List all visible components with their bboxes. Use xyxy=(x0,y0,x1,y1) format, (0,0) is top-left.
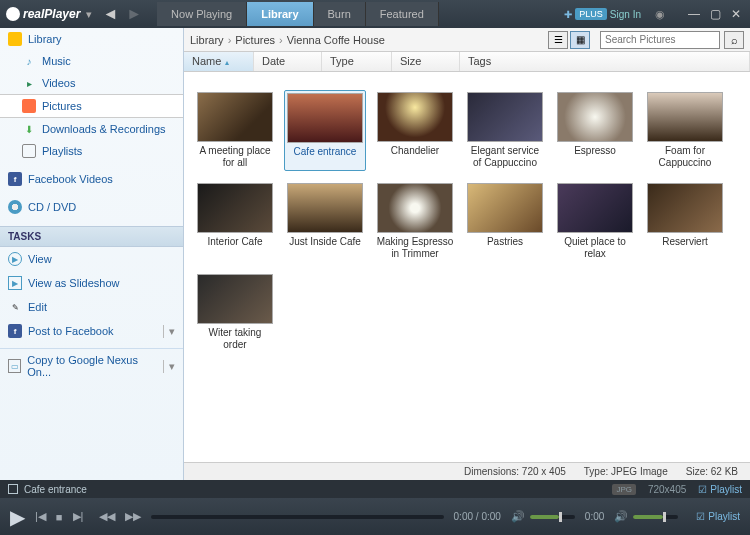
thumbnail-item[interactable]: Quiet place to relax xyxy=(554,181,636,262)
tab-now-playing[interactable]: Now Playing xyxy=(157,2,247,26)
sidebar-item-playlists[interactable]: Playlists xyxy=(0,140,183,162)
close-button[interactable]: ✕ xyxy=(728,7,744,21)
main: Library ♪ Music ▸ Videos Pictures ⬇ Down… xyxy=(0,28,750,480)
task-copy-to-device[interactable]: ▭ Copy to Google Nexus On... ▾ xyxy=(0,349,183,383)
tab-burn[interactable]: Burn xyxy=(314,2,366,26)
thumbnail-item[interactable]: Reserviert xyxy=(644,181,726,262)
search-button[interactable]: ⌕ xyxy=(724,31,744,49)
tab-library[interactable]: Library xyxy=(247,2,313,26)
thumbnail-label: Quiet place to relax xyxy=(556,236,634,260)
tab-featured[interactable]: Featured xyxy=(366,2,439,26)
breadcrumb-item[interactable]: Library xyxy=(190,34,224,46)
maximize-button[interactable]: ▢ xyxy=(707,7,724,21)
thumbnail-image xyxy=(557,92,633,142)
thumbnail-item[interactable]: Interior Cafe xyxy=(194,181,276,262)
grid-view-button[interactable]: ▦ xyxy=(570,31,590,49)
task-view-slideshow[interactable]: ▶ View as Slideshow xyxy=(0,271,183,295)
thumbnail-item[interactable]: Espresso xyxy=(554,90,636,171)
thumbnail-image xyxy=(377,92,453,142)
music-icon: ♪ xyxy=(22,54,36,68)
prev-button[interactable]: |◀ xyxy=(35,510,46,523)
play-button[interactable]: ▶ xyxy=(10,505,25,529)
playlist-toggle-bottom[interactable]: ☑ Playlist xyxy=(696,511,740,522)
list-view-button[interactable]: ☰ xyxy=(548,31,568,49)
time-display: 0:00 / 0:00 xyxy=(454,511,501,522)
thumbnail-item[interactable]: Foam for Cappuccino xyxy=(644,90,726,171)
column-header-size[interactable]: Size xyxy=(392,52,460,71)
thumbnail-label: Elegant service of Cappuccino xyxy=(466,145,544,169)
column-headers: Name▴ Date Type Size Tags xyxy=(184,52,750,72)
sidebar-cd-dvd[interactable]: CD / DVD xyxy=(0,196,183,218)
now-playing-title: Cafe entrance xyxy=(24,484,87,495)
pictures-icon xyxy=(22,99,36,113)
app-menu-dropdown[interactable]: ▾ xyxy=(86,8,92,21)
thumbnail-item[interactable]: Making Espresso in Trimmer xyxy=(374,181,456,262)
column-header-type[interactable]: Type xyxy=(322,52,392,71)
device-icon: ▭ xyxy=(8,359,21,373)
rewind-button[interactable]: ◀◀ xyxy=(99,510,115,523)
sort-asc-icon: ▴ xyxy=(225,58,229,67)
thumbnail-item[interactable]: A meeting place for all xyxy=(194,90,276,171)
seek-bar[interactable] xyxy=(151,515,443,519)
thumbnail-image xyxy=(197,274,273,324)
breadcrumb-item[interactable]: Pictures xyxy=(235,34,275,46)
dropdown-icon[interactable]: ▾ xyxy=(163,325,175,338)
column-header-tags[interactable]: Tags xyxy=(460,52,750,71)
dropdown-icon[interactable]: ▾ xyxy=(163,360,175,373)
library-icon xyxy=(8,32,22,46)
download-icon: ⬇ xyxy=(22,122,36,136)
thumbnail-item[interactable]: Elegant service of Cappuccino xyxy=(464,90,546,171)
volume-control-2: 🔊 xyxy=(614,510,678,523)
task-edit[interactable]: ✎ Edit xyxy=(0,295,183,319)
thumbnail-label: Espresso xyxy=(574,145,616,157)
status-size: Size: 62 KB xyxy=(686,466,738,477)
app-logo: realPlayer xyxy=(6,7,80,21)
column-header-date[interactable]: Date xyxy=(254,52,322,71)
breadcrumb-item[interactable]: Vienna Coffe House xyxy=(287,34,385,46)
stop-icon[interactable] xyxy=(8,484,18,494)
thumbnail-item[interactable]: Just Inside Cafe xyxy=(284,181,366,262)
sidebar-item-videos[interactable]: ▸ Videos xyxy=(0,72,183,94)
disc-icon xyxy=(8,200,22,214)
task-label: Copy to Google Nexus On... xyxy=(27,354,157,378)
sidebar-facebook-label: Facebook Videos xyxy=(28,173,113,185)
edit-icon: ✎ xyxy=(8,300,22,314)
task-label: Post to Facebook xyxy=(28,325,114,337)
volume-slider[interactable] xyxy=(530,515,575,519)
stop-button[interactable]: ■ xyxy=(56,511,63,523)
minimize-button[interactable]: — xyxy=(685,7,703,21)
facebook-icon: f xyxy=(8,324,22,338)
chevron-right-icon: › xyxy=(228,34,232,46)
nav-arrows: ◄ ► xyxy=(102,5,142,23)
main-tabs: Now Playing Library Burn Featured xyxy=(157,2,439,26)
sidebar-item-downloads[interactable]: ⬇ Downloads & Recordings xyxy=(0,118,183,140)
sidebar-facebook-videos[interactable]: f Facebook Videos xyxy=(0,168,183,190)
sidebar-item-music[interactable]: ♪ Music xyxy=(0,50,183,72)
thumbnail-item[interactable]: Cafe entrance xyxy=(284,90,366,171)
fast-forward-button[interactable]: ▶▶ xyxy=(125,510,141,523)
thumbnail-item[interactable]: Pastries xyxy=(464,181,546,262)
task-post-facebook[interactable]: f Post to Facebook ▾ xyxy=(0,319,183,343)
status-dimensions: Dimensions: 720 x 405 xyxy=(464,466,566,477)
volume-slider[interactable] xyxy=(633,515,678,519)
eye-icon[interactable]: ◉ xyxy=(655,8,665,21)
task-view[interactable]: ▶ View xyxy=(0,247,183,271)
playlist-toggle[interactable]: ☑ Playlist xyxy=(698,484,742,495)
sidebar-library[interactable]: Library xyxy=(0,28,183,50)
search-input[interactable] xyxy=(600,31,720,49)
chevron-right-icon: › xyxy=(279,34,283,46)
status-bar: Dimensions: 720 x 405 Type: JPEG Image S… xyxy=(184,462,750,480)
back-button[interactable]: ◄ xyxy=(102,5,118,23)
forward-button[interactable]: ► xyxy=(126,5,142,23)
sidebar-item-pictures[interactable]: Pictures xyxy=(0,94,183,118)
format-badge: JPG xyxy=(612,484,636,495)
column-header-name[interactable]: Name▴ xyxy=(184,52,254,71)
thumbnail-item[interactable]: Witer taking order xyxy=(194,272,276,353)
next-button[interactable]: ▶| xyxy=(73,510,84,523)
task-label: View as Slideshow xyxy=(28,277,120,289)
signin-link[interactable]: ✚ PLUS Sign In xyxy=(564,8,641,20)
thumbnail-label: Cafe entrance xyxy=(294,146,357,158)
volume-icon[interactable]: 🔊 xyxy=(511,510,525,523)
volume-icon[interactable]: 🔊 xyxy=(614,510,628,523)
thumbnail-item[interactable]: Chandelier xyxy=(374,90,456,171)
